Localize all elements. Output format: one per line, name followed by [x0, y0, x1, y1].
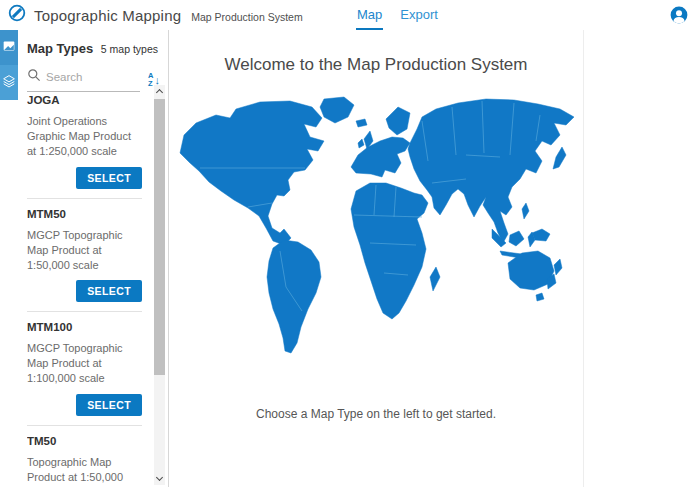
map-type-name: MTM100 — [27, 321, 142, 333]
list-divider — [27, 311, 142, 312]
tab-export[interactable]: Export — [399, 0, 439, 30]
map-type-name: MTM50 — [27, 208, 142, 220]
select-button[interactable]: SELECT — [76, 280, 142, 302]
map-tool-icon — [1, 38, 17, 58]
brand: Topographic Mapping Map Production Syste… — [8, 0, 303, 30]
instruction-text: Choose a Map Type on the left to get sta… — [169, 407, 583, 421]
scroll-up-icon[interactable] — [154, 85, 165, 97]
map-type-item: MTM100 MGCP Topographic Map Product at 1… — [27, 321, 142, 416]
map-type-name: JOGA — [27, 94, 142, 106]
map-type-count: 5 map types — [101, 43, 158, 55]
scroll-down-icon[interactable] — [154, 473, 165, 485]
sidebar-panel: Map Types 5 map types AZ ↓ JOGA — [18, 30, 169, 487]
list-divider — [27, 425, 142, 426]
search-icon — [27, 68, 41, 86]
select-button[interactable]: SELECT — [76, 167, 142, 189]
sidebar-title: Map Types — [27, 41, 93, 56]
world-map — [169, 91, 583, 391]
layers-tool[interactable] — [0, 65, 18, 100]
map-type-name: TM50 — [27, 435, 142, 447]
app-window: Topographic Mapping Map Production Syste… — [0, 0, 699, 487]
map-types-tool[interactable] — [0, 30, 18, 65]
map-type-item: MTM50 MGCP Topographic Map Product at 1:… — [27, 208, 142, 303]
main-content: Welcome to the Map Production System — [169, 30, 584, 487]
app-header: Topographic Mapping Map Production Syste… — [0, 0, 699, 30]
select-button[interactable]: SELECT — [76, 394, 142, 416]
header-tabs: Map Export — [356, 0, 439, 30]
map-type-description: Topographic Map Product at 1:50,000 scal… — [27, 455, 142, 487]
map-type-list: JOGA Joint Operations Graphic Map Produc… — [27, 85, 142, 487]
globe-logo-icon — [8, 4, 26, 26]
sidebar-scrollbar[interactable] — [154, 85, 165, 485]
map-type-item: JOGA Joint Operations Graphic Map Produc… — [27, 94, 142, 189]
app-title: Topographic Mapping — [34, 7, 181, 24]
welcome-title: Welcome to the Map Production System — [169, 55, 583, 75]
map-type-description: Joint Operations Graphic Map Product at … — [27, 114, 142, 160]
app-subtitle: Map Production System — [191, 11, 302, 23]
scrollbar-thumb[interactable] — [154, 99, 165, 375]
list-divider — [27, 198, 142, 199]
map-type-description: MGCP Topographic Map Product at 1:100,00… — [27, 341, 142, 387]
search-input[interactable] — [46, 71, 118, 83]
user-avatar-icon[interactable] — [670, 6, 688, 24]
layers-icon — [1, 73, 17, 93]
tab-map[interactable]: Map — [356, 0, 383, 30]
map-type-description: MGCP Topographic Map Product at 1:50,000… — [27, 228, 142, 274]
tool-strip — [0, 30, 18, 100]
map-type-item: TM50 Topographic Map Product at 1:50,000… — [27, 435, 142, 487]
